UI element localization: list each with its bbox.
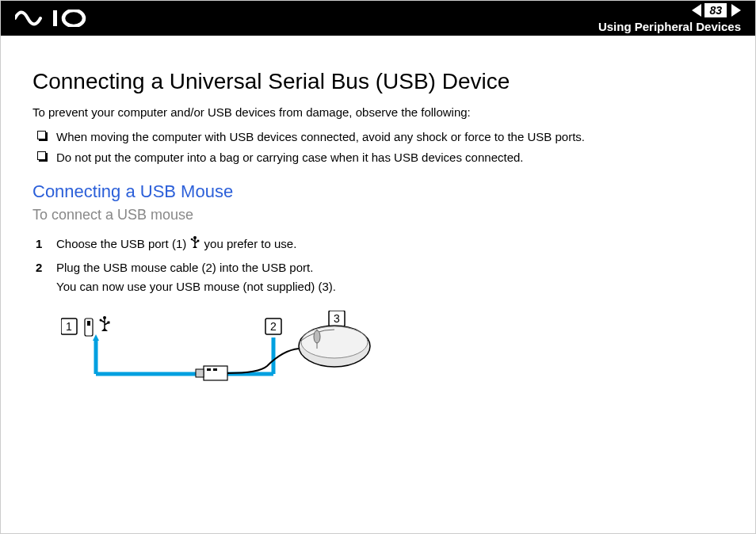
svg-rect-21 bbox=[213, 368, 217, 371]
usb-mouse-diagram: 1 2 3 bbox=[61, 311, 724, 401]
svg-point-23 bbox=[301, 326, 368, 358]
header-bar: 83 Using Peripheral Devices bbox=[1, 1, 755, 36]
vaio-logo bbox=[15, 10, 93, 27]
bullet-icon bbox=[37, 131, 46, 139]
next-page-arrow-icon[interactable] bbox=[731, 4, 741, 17]
step-text-after: you prefer to use. bbox=[200, 237, 296, 250]
prev-page-arrow-icon[interactable] bbox=[692, 4, 701, 17]
svg-point-12 bbox=[100, 318, 102, 321]
diagram-label-1: 1 bbox=[66, 320, 72, 333]
step-number: 1 bbox=[36, 235, 42, 254]
step-text: Choose the USB port (1) bbox=[56, 237, 189, 250]
bullet-icon bbox=[37, 151, 46, 160]
diagram-label-2: 2 bbox=[270, 320, 277, 333]
steps-list: 1 Choose the USB port (1) you prefer to … bbox=[32, 235, 724, 296]
svg-rect-5 bbox=[197, 239, 200, 242]
header-nav: 83 Using Peripheral Devices bbox=[598, 3, 741, 33]
list-item-text: Do not put the computer into a bag or ca… bbox=[56, 151, 524, 164]
svg-rect-9 bbox=[87, 321, 90, 326]
caution-list: When moving the computer with USB device… bbox=[32, 127, 724, 167]
list-item-text: When moving the computer with USB device… bbox=[56, 130, 585, 143]
svg-rect-0 bbox=[53, 10, 57, 26]
usb-icon bbox=[189, 235, 200, 255]
usb-plug-icon bbox=[196, 366, 227, 380]
usb-icon bbox=[100, 316, 110, 331]
svg-rect-19 bbox=[196, 369, 204, 377]
page-number: 83 bbox=[704, 3, 727, 17]
step-item: 2 Plug the USB mouse cable (2) into the … bbox=[32, 258, 724, 296]
diagram-label-3: 3 bbox=[334, 312, 340, 325]
breadcrumb-text: Using Peripheral Devices bbox=[598, 20, 741, 33]
svg-marker-14 bbox=[93, 334, 99, 341]
svg-rect-20 bbox=[207, 368, 211, 371]
page-title: Connecting a Universal Serial Bus (USB) … bbox=[32, 69, 724, 94]
section-subhead: To connect a USB mouse bbox=[32, 207, 724, 223]
step-item: 1 Choose the USB port (1) you prefer to … bbox=[32, 235, 724, 255]
svg-point-1 bbox=[63, 10, 84, 26]
list-item: When moving the computer with USB device… bbox=[32, 127, 724, 147]
list-item: Do not put the computer into a bag or ca… bbox=[32, 147, 724, 168]
step-number: 2 bbox=[36, 258, 42, 277]
step-text: Plug the USB mouse cable (2) into the US… bbox=[56, 261, 313, 274]
svg-point-4 bbox=[191, 238, 193, 240]
mouse-icon bbox=[299, 326, 370, 367]
intro-text: To prevent your computer and/or USB devi… bbox=[32, 105, 724, 119]
section-title: Connecting a USB Mouse bbox=[32, 181, 724, 202]
svg-rect-18 bbox=[204, 366, 227, 380]
svg-point-25 bbox=[314, 330, 320, 343]
page-content: Connecting a Universal Serial Bus (USB) … bbox=[1, 36, 755, 401]
cable bbox=[227, 349, 299, 373]
step-text-line2: You can now use your USB mouse (not supp… bbox=[56, 280, 336, 293]
svg-rect-13 bbox=[108, 321, 110, 323]
